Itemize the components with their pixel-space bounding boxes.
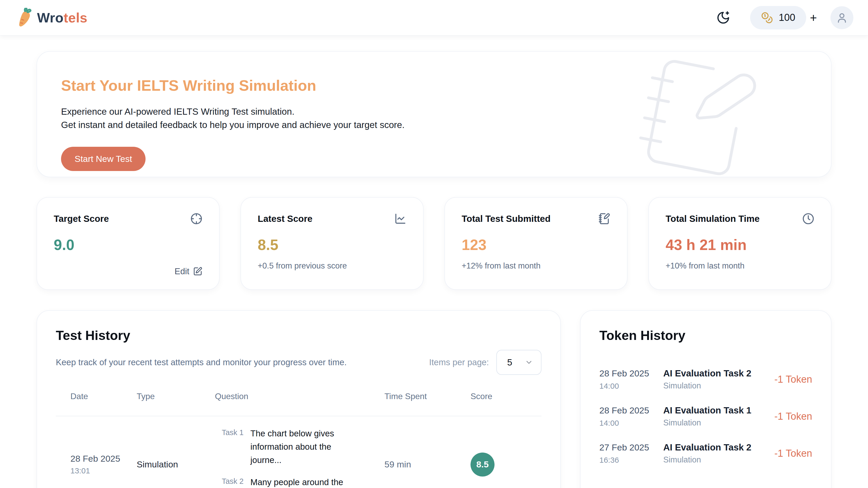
entry-time: 14:00 bbox=[599, 419, 655, 427]
main-content: Start Your IELTS Writing Simulation Expe… bbox=[0, 35, 868, 488]
entry-type: Simulation bbox=[663, 381, 767, 391]
items-per-page-value: 5 bbox=[507, 357, 512, 367]
test-history-panel: Test History Keep track of your recent t… bbox=[36, 310, 561, 488]
line-chart-icon bbox=[394, 213, 406, 225]
row-time: 13:01 bbox=[70, 466, 137, 475]
stat-value: 9.0 bbox=[54, 236, 203, 253]
hero-description-line1: Experience our AI-powered IELTS Writing … bbox=[61, 105, 805, 118]
edit-label: Edit bbox=[175, 266, 189, 276]
carrot-logo-icon bbox=[17, 8, 33, 28]
column-header-date: Date bbox=[56, 392, 137, 401]
entry-date-cell: 28 Feb 2025 14:00 bbox=[599, 405, 655, 427]
add-tokens-button[interactable]: + bbox=[810, 12, 817, 24]
row-question-cell: Task 1 The chart below gives information… bbox=[215, 427, 384, 488]
entry-time: 14:00 bbox=[599, 382, 655, 391]
header-actions: 100 + bbox=[716, 6, 854, 29]
stat-label: Target Score bbox=[54, 214, 109, 224]
crosshair-icon bbox=[190, 213, 203, 225]
stat-value: 43 h 21 min bbox=[665, 236, 814, 253]
test-history-subtitle: Keep track of your recent test attempts … bbox=[56, 357, 347, 367]
task-1-text: The chart below gives information about … bbox=[250, 427, 359, 467]
stat-card-latest-score: Latest Score 8.5 +0.5 from previous scor… bbox=[241, 197, 424, 290]
task-2-label: Task 2 bbox=[215, 476, 244, 488]
brand-logo[interactable]: Wrotels bbox=[17, 8, 87, 28]
stat-label: Total Simulation Time bbox=[665, 214, 760, 224]
chevron-down-icon bbox=[525, 358, 533, 366]
start-new-test-button[interactable]: Start New Test bbox=[61, 147, 146, 171]
token-balance[interactable]: 100 bbox=[750, 6, 806, 29]
square-pen-icon bbox=[193, 267, 203, 276]
entry-time: 16:36 bbox=[599, 456, 655, 464]
edit-target-score-link[interactable]: Edit bbox=[54, 266, 203, 276]
row-type: Simulation bbox=[137, 459, 215, 469]
task-1-label: Task 1 bbox=[215, 427, 244, 467]
entry-task: AI Evaluation Task 1 bbox=[663, 405, 767, 416]
stat-value: 8.5 bbox=[258, 236, 406, 253]
notebook-pen-icon bbox=[598, 213, 610, 225]
moon-star-icon bbox=[716, 11, 730, 25]
entry-amount: -1 Token bbox=[774, 374, 812, 385]
stats-row: Target Score 9.0 Edit Latest Score bbox=[36, 197, 832, 290]
stat-value: 123 bbox=[462, 236, 610, 253]
table-row[interactable]: 28 Feb 2025 13:01 Simulation Task 1 The … bbox=[56, 416, 541, 488]
entry-task: AI Evaluation Task 2 bbox=[663, 368, 767, 379]
hero-card: Start Your IELTS Writing Simulation Expe… bbox=[36, 51, 832, 177]
user-icon bbox=[836, 12, 848, 24]
table-header-row: Date Type Question Time Spent Score bbox=[56, 392, 541, 416]
dark-mode-toggle[interactable] bbox=[716, 11, 730, 25]
entry-type: Simulation bbox=[663, 455, 767, 464]
entry-task: AI Evaluation Task 2 bbox=[663, 442, 767, 453]
column-header-type: Type bbox=[137, 392, 215, 401]
question-task-1: Task 1 The chart below gives information… bbox=[215, 427, 384, 467]
score-badge: 8.5 bbox=[470, 453, 495, 477]
token-history-item: 28 Feb 2025 14:00 AI Evaluation Task 1 S… bbox=[599, 405, 812, 427]
clock-icon bbox=[802, 213, 814, 225]
column-header-score: Score bbox=[470, 392, 541, 401]
entry-date: 28 Feb 2025 bbox=[599, 368, 655, 379]
stat-label: Total Test Submitted bbox=[462, 214, 551, 224]
stat-subtext: +12% from last month bbox=[462, 261, 610, 270]
entry-date: 28 Feb 2025 bbox=[599, 405, 655, 416]
token-history-title: Token History bbox=[599, 328, 812, 343]
entry-date-cell: 28 Feb 2025 14:00 bbox=[599, 368, 655, 391]
stat-label: Latest Score bbox=[258, 214, 312, 224]
entry-amount: -1 Token bbox=[774, 411, 812, 422]
entry-task-cell: AI Evaluation Task 1 Simulation bbox=[663, 405, 767, 427]
entry-date-cell: 27 Feb 2025 16:36 bbox=[599, 443, 655, 464]
brand-name-primary: Wro bbox=[37, 10, 64, 25]
coins-icon bbox=[761, 12, 773, 24]
stat-card-total-tests: Total Test Submitted 123 +12% from last … bbox=[444, 197, 627, 290]
token-history-item: 27 Feb 2025 16:36 AI Evaluation Task 2 S… bbox=[599, 442, 812, 464]
question-task-2: Task 2 Many people around the world use … bbox=[215, 476, 384, 488]
row-time-spent: 59 min bbox=[384, 459, 470, 469]
entry-date: 27 Feb 2025 bbox=[599, 443, 655, 453]
column-header-question: Question bbox=[215, 392, 384, 401]
token-count: 100 bbox=[779, 12, 795, 23]
stat-subtext: +0.5 from previous score bbox=[258, 261, 406, 270]
stat-card-simulation-time: Total Simulation Time 43 h 21 min +10% f… bbox=[648, 197, 832, 290]
token-history-item: 28 Feb 2025 14:00 AI Evaluation Task 2 S… bbox=[599, 368, 812, 391]
row-date-cell: 28 Feb 2025 13:01 bbox=[56, 454, 137, 475]
hero-description-line2: Get instant and detailed feedback to hel… bbox=[61, 118, 805, 132]
token-history-panel: Token History 28 Feb 2025 14:00 AI Evalu… bbox=[580, 310, 832, 488]
items-per-page-select[interactable]: 5 bbox=[496, 350, 541, 375]
entry-task-cell: AI Evaluation Task 2 Simulation bbox=[663, 442, 767, 464]
hero-title: Start Your IELTS Writing Simulation bbox=[61, 77, 805, 94]
task-2-text: Many people around the world use social … bbox=[250, 476, 359, 488]
token-history-list: 28 Feb 2025 14:00 AI Evaluation Task 2 S… bbox=[599, 368, 812, 464]
bottom-panels: Test History Keep track of your recent t… bbox=[36, 310, 832, 488]
app-header: Wrotels 100 + bbox=[0, 0, 868, 35]
row-date: 28 Feb 2025 bbox=[70, 454, 137, 464]
brand-name: Wrotels bbox=[37, 10, 87, 26]
stat-subtext: +10% from last month bbox=[665, 261, 814, 270]
profile-avatar[interactable] bbox=[831, 6, 854, 29]
entry-task-cell: AI Evaluation Task 2 Simulation bbox=[663, 368, 767, 391]
column-header-time-spent: Time Spent bbox=[384, 392, 470, 401]
stat-card-target-score: Target Score 9.0 Edit bbox=[36, 197, 220, 290]
items-per-page-control: Items per page: 5 bbox=[429, 350, 541, 375]
brand-name-secondary: tels bbox=[64, 10, 88, 25]
entry-type: Simulation bbox=[663, 418, 767, 427]
items-per-page-label: Items per page: bbox=[429, 357, 489, 367]
entry-amount: -1 Token bbox=[774, 448, 812, 459]
test-history-title: Test History bbox=[56, 328, 541, 343]
